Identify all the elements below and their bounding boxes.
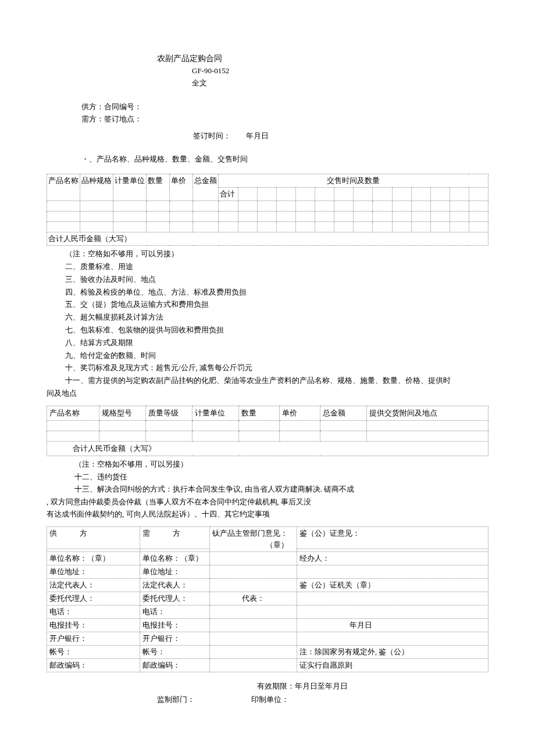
delivery-cell — [277, 188, 296, 201]
clause-8: 八、结算方式及期限 — [65, 337, 488, 349]
cert-date: 年月日 — [297, 618, 488, 632]
table-header-row: 产品名称 品种规格 计量单位 数量 单价 总金额 交售时间及数量 — [47, 174, 488, 188]
demander-header: 需 方 — [140, 526, 210, 549]
sig-row: 电话： 电话： — [47, 605, 488, 618]
delivery-cell — [238, 188, 258, 201]
supplier-line: 供方：合同编号： — [81, 101, 488, 113]
doc-full: 全文 — [192, 77, 488, 89]
sup-account: 帐号： — [47, 645, 140, 658]
col-spec: 品种规格 — [80, 174, 113, 201]
table-row — [47, 420, 488, 431]
col-subtotal: 合计 — [219, 188, 238, 201]
dem-agent: 委托代理人： — [140, 592, 210, 605]
cert-note1: 注：除国家另有规定外, 鉴（公） — [297, 645, 488, 658]
sig-row: 委托代理人： 委托代理人： 代表： — [47, 592, 488, 605]
clause-11: 十一、需方提供的与定购农副产品挂钩的化肥、柴油等农业生产资料的产品名称、规格、施… — [65, 375, 488, 387]
delivery-cell — [411, 188, 430, 201]
sup-telegram: 电报挂号： — [47, 618, 140, 632]
sig-row: 单位名称：（章） 单位名称：（章） 经办人： — [47, 551, 488, 565]
table-row — [47, 222, 488, 232]
col-delivery: 交售时间及数量 — [219, 174, 488, 188]
section-one-heading: ・、产品名称、品种规格、数量、金额、交售时间 — [81, 153, 488, 166]
clause-10: 十、奖罚标准及兑现方式：超售元/公斤, 减售每公斤罚元 — [65, 362, 488, 374]
clause-6: 六、超欠幅度损耗及讨算方法 — [65, 311, 488, 324]
parties-block: 供方：合同编号： 需方：签订地点： — [81, 101, 488, 126]
note-1: （注：空格如不够用，可以另接） — [65, 248, 488, 260]
dem-postal: 邮政编码： — [140, 658, 210, 672]
clause-11-cont: 间及地点 — [47, 388, 488, 400]
representative: 代表： — [210, 592, 297, 605]
print-unit: 印制单位： — [251, 695, 289, 704]
clause-13: 十三、解决合同纠纷的方式：执行本合同发生争议, 由当省人双方建商解决. 磋商不成 — [74, 483, 488, 496]
demander-line: 需方：签订地点： — [81, 113, 488, 126]
handler: 经办人： — [297, 551, 488, 565]
supervisor-dept: 监制部门： — [157, 695, 195, 704]
table-row — [47, 212, 488, 222]
sup-bank: 开户银行： — [47, 632, 140, 645]
col-qty: 数量 — [147, 174, 170, 201]
col-price: 单价 — [280, 406, 320, 420]
col-unit: 计量单位 — [113, 174, 147, 201]
dem-account: 帐号： — [140, 645, 210, 658]
note-2: （注：空格如不够用，可以另接） — [74, 458, 488, 471]
validity-line2: 监制部门： 印制单位： — [157, 694, 488, 706]
sign-time: 签订时间： 年月日 — [193, 130, 488, 142]
col-name: 产品名称 — [47, 406, 99, 420]
delivery-cell — [334, 188, 354, 201]
table-total-row: 合计人民币金额（大写》 — [47, 441, 488, 456]
cert-org: 鉴（公）证机关（章） — [297, 578, 488, 592]
sig-row: 单位地址： 单位地址： — [47, 565, 488, 578]
delivery-cell — [469, 188, 488, 201]
signature-table: 供 方 需 方 钛产品主管部门意见： （章） 鉴（公）证意见： 单位名称：（章）… — [47, 526, 488, 672]
clause-9: 九、给付定金的数额、时间 — [65, 350, 488, 362]
after-table2-block: （注：空格如不够用，可以另接） 十二、违约货任 十三、解决合同纠纷的方式：执行本… — [74, 458, 488, 496]
col-delivery: 提供交货附间及地点 — [367, 406, 488, 420]
sig-row: 邮政编码： 邮政编码： 证实行自愿原则 — [47, 658, 488, 672]
clause-12: 十二、违约货任 — [74, 471, 488, 483]
col-qty: 数量 — [239, 406, 280, 420]
table-total-row: 合计人民币金额（大写） — [47, 232, 488, 246]
sig-row: 帐号： 帐号： 注：除国家另有规定外, 鉴（公） — [47, 645, 488, 658]
sig-row: 电报挂号： 电报挂号： 年月日 — [47, 618, 488, 632]
delivery-cell — [296, 188, 315, 201]
sig-row: 开户银行： 开户银行： — [47, 632, 488, 645]
delivery-cell — [392, 188, 411, 201]
delivery-cell — [258, 188, 277, 201]
doc-code: GF-90-0152 — [192, 65, 488, 77]
col-model: 规格型号 — [99, 406, 146, 420]
col-grade: 质量等级 — [146, 406, 192, 420]
doc-title: 农副产品定购合同 — [157, 52, 488, 65]
sup-legal-rep: 法定代表人： — [47, 578, 140, 592]
clause-5: 五、交（提）货地点及运输方式和费用负担 — [65, 299, 488, 311]
clause-7: 七、包装标准、包装物的提供与回收和费用负担 — [65, 324, 488, 336]
table-total-label: 合计人民币金额（大写） — [47, 232, 488, 246]
delivery-cell — [450, 188, 469, 201]
clause-13-cont2: 有达成书面仲裁契约的, 可向人民法院起诉）。十四、其它约定事项 — [47, 508, 488, 521]
delivery-cell — [315, 188, 334, 201]
table-row — [47, 201, 488, 212]
dem-unit-addr: 单位地址： — [140, 565, 210, 578]
sup-agent: 委托代理人： — [47, 592, 140, 605]
supplier-header: 供 方 — [47, 526, 140, 549]
col-price: 单价 — [170, 174, 193, 201]
sup-unit-addr: 单位地址： — [47, 565, 140, 578]
col-total: 总金额 — [320, 406, 367, 420]
cert-note2: 证实行自愿原则 — [297, 658, 488, 672]
delivery-cell — [373, 188, 392, 201]
dem-phone: 电话： — [140, 605, 210, 618]
validity-line1: 有效期限：年月日至年月日 — [116, 680, 488, 693]
delivery-cell — [354, 188, 373, 201]
dem-unit-name: 单位名称：（章） — [140, 551, 210, 565]
sup-phone: 电话： — [47, 605, 140, 618]
material-table: 产品名称 规格型号 质量等级 计量单位 数量 单价 总金额 提供交货附间及地点 … — [47, 406, 488, 456]
dem-legal-rep: 法定代表人： — [140, 578, 210, 592]
clause-4: 四、检验及检疫的单位、地点、方法、标准及费用负担 — [65, 286, 488, 299]
col-unit: 计量单位 — [192, 406, 239, 420]
dem-bank: 开户银行： — [140, 632, 210, 645]
clause-3: 三、验收办法及时间、地点 — [65, 274, 488, 286]
product-table: 产品名称 品种规格 计量单位 数量 单价 总金额 交售时间及数量 合计 合计人民… — [47, 174, 488, 246]
title-block: 农副产品定购合同 GF-90-0152 全文 — [157, 52, 488, 89]
dem-telegram: 电报挂号： — [140, 618, 210, 632]
clauses-block: （注：空格如不够用，可以另接） 二、质量标准、用途 三、验收办法及时间、地点 四… — [65, 248, 488, 387]
cert-opinion-header: 鉴（公）证意见： — [297, 526, 488, 549]
